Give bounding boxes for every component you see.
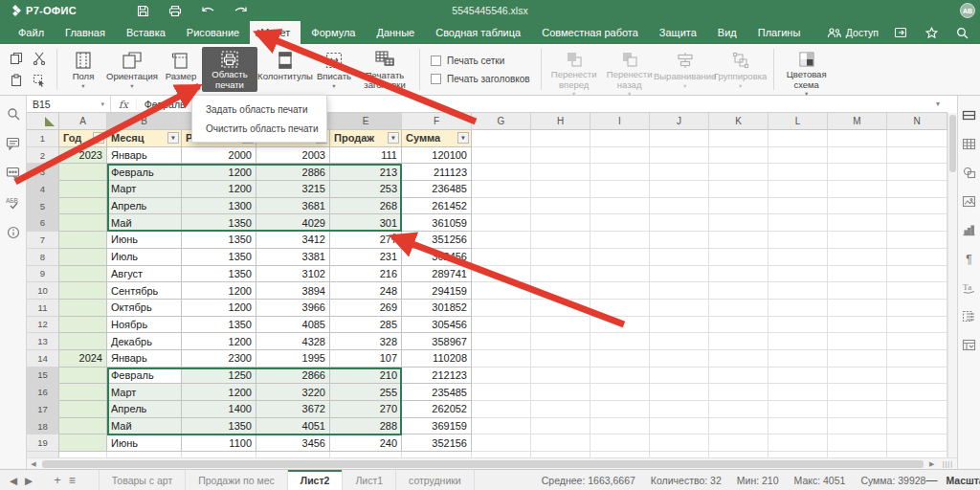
grid-cell-E19[interactable]: 240 <box>330 434 402 452</box>
column-header-B[interactable]: B <box>107 113 182 130</box>
grid-cell-F3[interactable]: 211123 <box>402 164 472 181</box>
row-header-19[interactable]: 19 <box>27 434 59 452</box>
grid-cell-E17[interactable]: 270 <box>330 401 402 418</box>
grid-cell-E12[interactable]: 285 <box>330 317 402 334</box>
sheet-tab-Лист2[interactable]: Лист2 <box>288 470 344 490</box>
grid-cell-N18[interactable] <box>887 418 947 435</box>
grid-cell-I5[interactable] <box>590 198 650 215</box>
grid-cell-E2[interactable]: 111 <box>330 147 402 165</box>
grid-cell-D4[interactable]: 3215 <box>256 181 330 198</box>
chart-settings-icon[interactable] <box>961 222 977 238</box>
grid-cell-L5[interactable] <box>768 198 828 215</box>
grid-cell-E13[interactable]: 328 <box>330 333 402 350</box>
sheet-tab-Лист1[interactable]: Лист1 <box>343 470 396 490</box>
grid-cell-N11[interactable] <box>887 300 947 317</box>
grid-cell-L8[interactable] <box>768 249 828 266</box>
column-header-A[interactable]: A <box>59 113 107 130</box>
menu-tab-Вставка[interactable]: Вставка <box>116 21 176 44</box>
grid-cell-B1[interactable]: Месяц▾ <box>107 130 182 147</box>
tab-split-handle[interactable]: |||| <box>939 460 957 467</box>
pivot-settings-icon[interactable] <box>961 337 977 353</box>
grid-cell-L10[interactable] <box>768 282 828 300</box>
grid-cell-I8[interactable] <box>590 249 650 266</box>
grid-cell-H7[interactable] <box>531 232 590 249</box>
grid-cell-D14[interactable]: 1995 <box>256 350 330 368</box>
grid-cell-N9[interactable] <box>887 266 947 283</box>
grid-cell-F9[interactable]: 289741 <box>402 266 472 283</box>
grid-cell-J7[interactable] <box>650 232 709 249</box>
grid-cell-C11[interactable]: 1200 <box>182 300 256 317</box>
grid-cell-E1[interactable]: Продаж▾ <box>330 130 402 147</box>
grid-cell-H2[interactable] <box>531 147 590 165</box>
grid-cell-N19[interactable] <box>887 434 947 452</box>
grid-cell-J18[interactable] <box>650 418 709 435</box>
grid-cell-H18[interactable] <box>531 418 590 435</box>
filter-button-icon[interactable]: ▾ <box>93 132 104 144</box>
grid-cell-M3[interactable] <box>828 164 887 181</box>
grid-cell-M5[interactable] <box>828 198 887 215</box>
grid-cell-D2[interactable]: 2003 <box>256 147 330 165</box>
grid-cell-E8[interactable]: 231 <box>330 249 402 266</box>
menu-tab-Защита[interactable]: Защита <box>649 21 707 44</box>
grid-cell-B8[interactable]: Июль <box>107 249 182 266</box>
filter-button-icon[interactable]: ▾ <box>167 132 179 144</box>
grid-cell-C19[interactable]: 1100 <box>182 434 256 452</box>
grid-cell-J1[interactable] <box>650 130 709 147</box>
grid-cell-J15[interactable] <box>650 368 709 385</box>
grid-cell-F11[interactable]: 301852 <box>402 300 472 317</box>
grid-cell-J6[interactable] <box>650 214 709 232</box>
grid-cell-G19[interactable] <box>472 434 531 452</box>
row-header-13[interactable]: 13 <box>27 333 59 350</box>
menu-tab-Сводная таблица[interactable]: Сводная таблица <box>425 21 531 44</box>
grid-cell-I12[interactable] <box>590 317 650 334</box>
row-header-6[interactable]: 6 <box>27 214 59 232</box>
grid-cell-G2[interactable] <box>472 147 531 165</box>
grid-cell-G7[interactable] <box>472 232 531 249</box>
grid-cell-N1[interactable] <box>887 130 947 147</box>
grid-cell-J19[interactable] <box>650 434 709 452</box>
grid-cell-I6[interactable] <box>590 214 650 232</box>
grid-cell-F4[interactable]: 236485 <box>402 181 472 198</box>
horizontal-scrollbar[interactable]: ◀ ▶ |||| <box>27 457 957 469</box>
grid-cell-M18[interactable] <box>828 418 887 435</box>
grid-cell-H10[interactable] <box>531 282 590 300</box>
grid-cell-B3[interactable]: Февраль <box>107 164 182 181</box>
grid-cell-K16[interactable] <box>709 384 768 401</box>
grid-cell-I11[interactable] <box>590 300 650 317</box>
next-sheet-button[interactable]: ▶ <box>25 475 33 486</box>
grid-cell-N15[interactable] <box>887 368 947 385</box>
grid-cell-I13[interactable] <box>590 333 650 350</box>
grid-cell-C13[interactable]: 1200 <box>182 333 256 350</box>
grid-cell-L12[interactable] <box>768 317 828 334</box>
grid-cell-E7[interactable]: 277 <box>330 232 402 249</box>
cut-button[interactable] <box>31 48 48 69</box>
grid-cell-K3[interactable] <box>709 164 768 181</box>
grid-cell-B19[interactable]: Июнь <box>107 434 182 452</box>
select-all-corner[interactable] <box>27 113 59 130</box>
horizontal-scrollbar-thumb[interactable] <box>42 460 924 468</box>
grid-cell-N2[interactable] <box>887 147 947 165</box>
grid-cell-D7[interactable]: 3412 <box>256 232 330 249</box>
paste-button[interactable] <box>8 70 25 91</box>
grid-cell-I17[interactable] <box>590 401 650 418</box>
toolbar-orientation-button[interactable]: Ориентация▾ <box>104 47 160 92</box>
grid-cell-H17[interactable] <box>531 401 590 418</box>
grid-cell-A1[interactable]: Год▾ <box>59 130 107 147</box>
menu-tab-Формула[interactable]: Формула <box>301 21 366 44</box>
search-button[interactable] <box>953 25 970 40</box>
grid-cell-M11[interactable] <box>828 300 887 317</box>
grid-cell-K4[interactable] <box>709 181 768 198</box>
grid-cell-E10[interactable]: 248 <box>330 282 402 300</box>
grid-cell-E5[interactable]: 268 <box>330 198 402 215</box>
grid-cell-M19[interactable] <box>828 434 887 452</box>
column-header-E[interactable]: E <box>330 113 402 130</box>
column-header-K[interactable]: K <box>709 113 768 130</box>
menu-tab-Главная[interactable]: Главная <box>55 21 116 44</box>
menu-tab-Вид[interactable]: Вид <box>707 21 747 44</box>
copy-button[interactable] <box>8 48 25 69</box>
grid-cell-C4[interactable]: 1200 <box>182 181 256 198</box>
grid-cell-B2[interactable]: Январь <box>107 147 182 165</box>
grid-cell-N4[interactable] <box>887 181 947 198</box>
grid-cell-K15[interactable] <box>709 368 768 385</box>
grid-cell-L9[interactable] <box>768 266 828 283</box>
